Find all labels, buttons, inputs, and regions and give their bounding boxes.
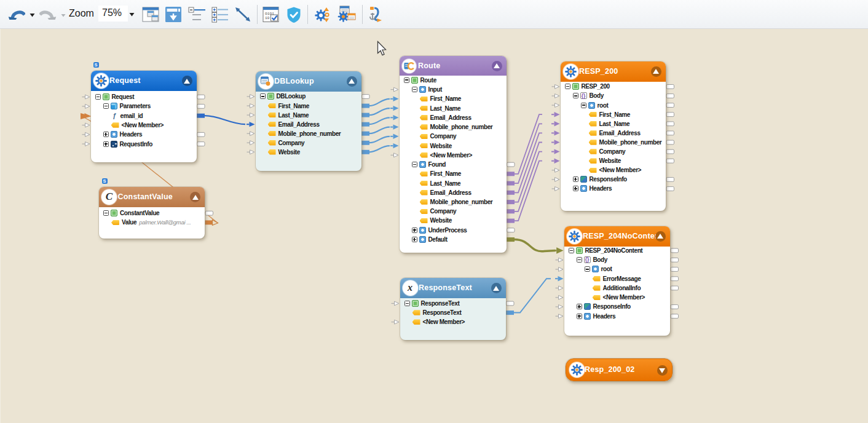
svg-text:10: 10 <box>265 16 270 20</box>
